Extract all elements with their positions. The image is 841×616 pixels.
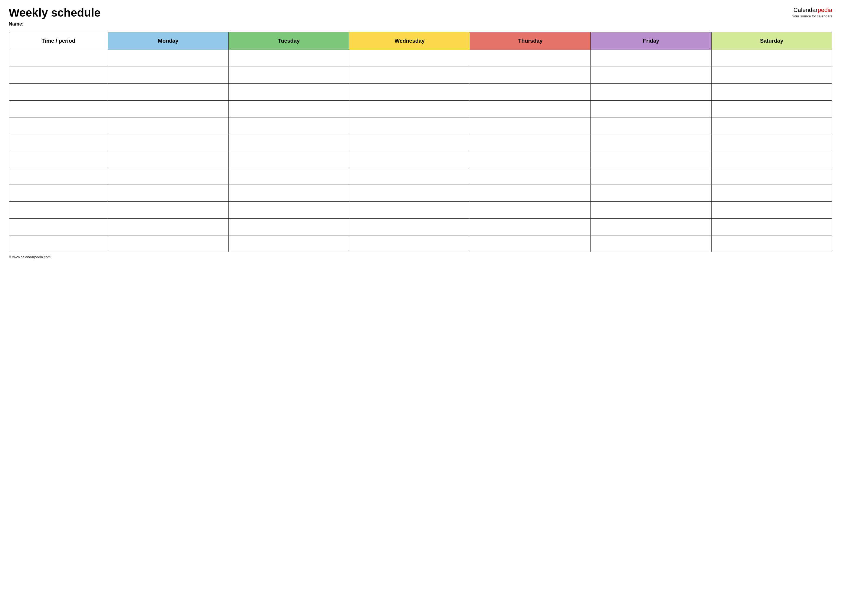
schedule-cell[interactable]	[470, 201, 591, 218]
col-header-thursday: Thursday	[470, 32, 591, 50]
schedule-cell[interactable]	[712, 100, 832, 117]
schedule-cell[interactable]	[470, 134, 591, 151]
table-row	[9, 218, 832, 235]
schedule-cell[interactable]	[470, 117, 591, 134]
schedule-cell[interactable]	[228, 151, 349, 168]
schedule-cell[interactable]	[228, 100, 349, 117]
schedule-cell[interactable]	[228, 185, 349, 201]
schedule-cell[interactable]	[108, 218, 228, 235]
schedule-cell[interactable]	[108, 185, 228, 201]
schedule-cell[interactable]	[470, 218, 591, 235]
schedule-cell[interactable]	[591, 50, 712, 67]
schedule-cell[interactable]	[108, 84, 228, 100]
schedule-cell[interactable]	[470, 84, 591, 100]
time-cell[interactable]	[9, 151, 108, 168]
schedule-cell[interactable]	[228, 84, 349, 100]
schedule-cell[interactable]	[712, 201, 832, 218]
schedule-cell[interactable]	[591, 235, 712, 252]
schedule-cell[interactable]	[228, 134, 349, 151]
schedule-cell[interactable]	[712, 134, 832, 151]
schedule-cell[interactable]	[349, 117, 470, 134]
schedule-cell[interactable]	[349, 185, 470, 201]
schedule-cell[interactable]	[228, 235, 349, 252]
schedule-cell[interactable]	[349, 235, 470, 252]
logo-text: Calendarpedia	[793, 6, 832, 13]
time-cell[interactable]	[9, 117, 108, 134]
schedule-cell[interactable]	[470, 67, 591, 84]
footer-text: © www.calendarpedia.com	[9, 255, 51, 259]
time-cell[interactable]	[9, 218, 108, 235]
schedule-cell[interactable]	[591, 117, 712, 134]
schedule-cell[interactable]	[591, 67, 712, 84]
page-title: Weekly schedule	[9, 6, 101, 19]
time-cell[interactable]	[9, 235, 108, 252]
schedule-cell[interactable]	[591, 100, 712, 117]
schedule-cell[interactable]	[470, 185, 591, 201]
schedule-cell[interactable]	[712, 151, 832, 168]
schedule-cell[interactable]	[470, 235, 591, 252]
time-cell[interactable]	[9, 185, 108, 201]
schedule-cell[interactable]	[470, 168, 591, 185]
schedule-cell[interactable]	[591, 218, 712, 235]
schedule-cell[interactable]	[591, 151, 712, 168]
table-row	[9, 134, 832, 151]
schedule-cell[interactable]	[349, 218, 470, 235]
time-cell[interactable]	[9, 168, 108, 185]
schedule-cell[interactable]	[108, 168, 228, 185]
footer: © www.calendarpedia.com	[9, 255, 832, 259]
schedule-cell[interactable]	[108, 201, 228, 218]
schedule-cell[interactable]	[349, 201, 470, 218]
schedule-cell[interactable]	[228, 218, 349, 235]
schedule-cell[interactable]	[712, 218, 832, 235]
schedule-cell[interactable]	[349, 100, 470, 117]
schedule-cell[interactable]	[591, 201, 712, 218]
table-header-row: Time / period Monday Tuesday Wednesday T…	[9, 32, 832, 50]
schedule-cell[interactable]	[228, 168, 349, 185]
schedule-cell[interactable]	[591, 168, 712, 185]
schedule-cell[interactable]	[712, 50, 832, 67]
schedule-cell[interactable]	[712, 185, 832, 201]
schedule-cell[interactable]	[108, 117, 228, 134]
schedule-cell[interactable]	[712, 84, 832, 100]
schedule-cell[interactable]	[349, 134, 470, 151]
page-header: Weekly schedule Name: Calendarpedia Your…	[9, 6, 832, 27]
logo-part2: pedia	[817, 6, 832, 13]
time-cell[interactable]	[9, 100, 108, 117]
time-cell[interactable]	[9, 201, 108, 218]
table-row	[9, 201, 832, 218]
schedule-cell[interactable]	[108, 100, 228, 117]
schedule-cell[interactable]	[712, 117, 832, 134]
schedule-cell[interactable]	[108, 151, 228, 168]
table-row	[9, 50, 832, 67]
schedule-cell[interactable]	[228, 67, 349, 84]
table-row	[9, 67, 832, 84]
title-section: Weekly schedule Name:	[9, 6, 101, 27]
schedule-cell[interactable]	[349, 84, 470, 100]
col-header-monday: Monday	[108, 32, 228, 50]
schedule-cell[interactable]	[349, 168, 470, 185]
schedule-cell[interactable]	[470, 50, 591, 67]
time-cell[interactable]	[9, 50, 108, 67]
schedule-cell[interactable]	[470, 100, 591, 117]
schedule-cell[interactable]	[591, 185, 712, 201]
schedule-cell[interactable]	[108, 50, 228, 67]
time-cell[interactable]	[9, 134, 108, 151]
schedule-cell[interactable]	[108, 67, 228, 84]
schedule-cell[interactable]	[349, 50, 470, 67]
time-cell[interactable]	[9, 67, 108, 84]
schedule-cell[interactable]	[349, 151, 470, 168]
schedule-cell[interactable]	[591, 84, 712, 100]
schedule-cell[interactable]	[228, 201, 349, 218]
schedule-cell[interactable]	[228, 117, 349, 134]
schedule-cell[interactable]	[228, 50, 349, 67]
schedule-cell[interactable]	[108, 134, 228, 151]
schedule-cell[interactable]	[108, 235, 228, 252]
col-header-saturday: Saturday	[712, 32, 832, 50]
schedule-cell[interactable]	[349, 67, 470, 84]
schedule-cell[interactable]	[470, 151, 591, 168]
schedule-cell[interactable]	[712, 235, 832, 252]
schedule-cell[interactable]	[712, 67, 832, 84]
time-cell[interactable]	[9, 84, 108, 100]
schedule-cell[interactable]	[591, 134, 712, 151]
schedule-cell[interactable]	[712, 168, 832, 185]
